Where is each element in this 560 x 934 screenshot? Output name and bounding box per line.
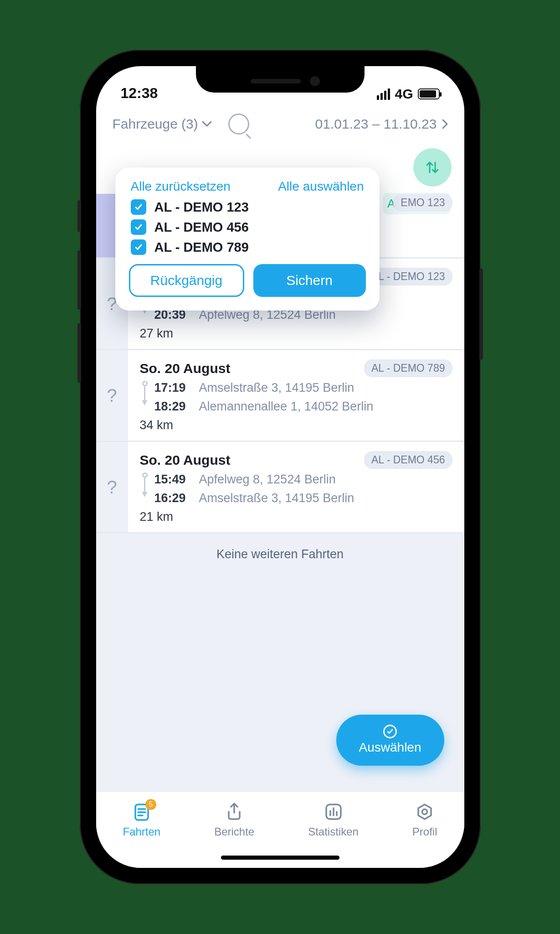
vehicle-option[interactable]: AL - DEMO 456 (131, 219, 364, 235)
tab-bar: 5 Fahrten Berichte Statistiken (96, 791, 464, 868)
undo-button[interactable]: Rückgängig (129, 264, 244, 297)
trip-card[interactable]: ? So. 20 August AL - DEMO 456 ▼ (96, 442, 464, 534)
tab-label: Profil (412, 825, 437, 838)
fab-label: Auswählen (359, 740, 421, 755)
vehicle-option[interactable]: AL - DEMO 789 (131, 239, 364, 255)
svg-point-2 (422, 809, 427, 815)
chevron-right-icon (442, 119, 448, 130)
date-range-picker[interactable]: 01.01.23 – 11.10.23 (315, 116, 448, 132)
trip-category-indicator: ? (96, 350, 128, 441)
gear-icon (415, 802, 435, 822)
trip-address: Amselstraße 3, 14195 Berlin (199, 381, 354, 395)
trip-distance: 27 km (140, 327, 452, 341)
question-icon: ? (107, 477, 117, 498)
list-end-message: Keine weiteren Fahrten (96, 534, 464, 589)
trip-vehicle-badge: EMO 123 (393, 194, 452, 212)
save-button[interactable]: Sichern (253, 264, 366, 297)
list-icon: 5 (132, 802, 152, 822)
trip-vehicle-badge: AL - DEMO 456 (364, 451, 452, 469)
trip-date: So. 20 August (140, 361, 231, 376)
tab-profil[interactable]: Profil (412, 802, 437, 838)
vehicles-dropdown[interactable]: Fahrzeuge (3) (113, 116, 212, 132)
trip-date: So. 20 August (140, 452, 231, 468)
trip-time: 18:29 (154, 400, 191, 414)
vehicles-count: (3) (181, 116, 198, 132)
toolbar: Fahrzeuge (3) 01.01.23 – 11.10.23 (96, 105, 464, 143)
route-line-icon: ▼ (140, 381, 150, 414)
checkbox-checked-icon[interactable] (131, 239, 146, 255)
trip-distance: 34 km (140, 418, 452, 432)
status-time: 12:38 (121, 85, 158, 102)
vehicle-option-label: AL - DEMO 123 (154, 200, 249, 215)
device-notch (196, 66, 365, 93)
tab-statistiken[interactable]: Statistiken (308, 802, 359, 838)
check-circle-icon (383, 725, 397, 738)
phone-frame: 12:38 4G Fahrzeuge (3) 01.0 (80, 50, 481, 884)
battery-icon (418, 88, 440, 99)
vehicles-popover: Alle zurücksetzen Alle auswählen AL - DE… (115, 167, 380, 311)
trip-address: Alemannenallee 1, 14052 Berlin (199, 400, 374, 414)
side-button (479, 269, 483, 360)
side-button (77, 323, 81, 383)
search-icon[interactable] (228, 114, 249, 135)
sort-button[interactable] (413, 148, 452, 187)
tab-label: Fahrten (123, 825, 160, 838)
trip-category-indicator: ? (96, 442, 128, 532)
reset-all-link[interactable]: Alle zurücksetzen (131, 179, 231, 194)
trip-vehicle-badge: AL - DEMO 789 (364, 359, 452, 377)
trip-address: Apfelweg 8, 12524 Berlin (199, 472, 336, 487)
question-icon: ? (107, 385, 117, 406)
side-button (77, 200, 81, 232)
home-indicator[interactable] (221, 856, 339, 860)
vehicle-option-label: AL - DEMO 456 (154, 220, 249, 235)
trip-card[interactable]: ? So. 20 August AL - DEMO 789 ▼ (96, 350, 464, 442)
tab-berichte[interactable]: Berichte (214, 802, 254, 838)
vehicle-option[interactable]: AL - DEMO 123 (131, 199, 364, 215)
share-icon (224, 802, 244, 822)
vehicle-option-label: AL - DEMO 789 (154, 240, 249, 255)
signal-icon (377, 88, 390, 100)
tab-label: Statistiken (308, 825, 359, 838)
tab-fahrten[interactable]: 5 Fahrten (123, 802, 160, 838)
tab-badge: 5 (145, 799, 156, 810)
trip-time: 17:19 (154, 381, 191, 395)
trip-time: 16:29 (154, 491, 191, 505)
date-range-label: 01.01.23 – 11.10.23 (315, 116, 437, 132)
side-button (77, 250, 81, 310)
stats-icon (324, 802, 344, 822)
chevron-down-icon (202, 121, 212, 127)
route-line-icon: ▼ (140, 472, 150, 505)
tab-label: Berichte (214, 825, 254, 838)
vehicles-label: Fahrzeuge (113, 116, 178, 132)
checkbox-checked-icon[interactable] (131, 219, 146, 235)
trip-time: 15:49 (154, 472, 191, 487)
trip-distance: 21 km (140, 510, 452, 524)
select-fab[interactable]: Auswählen (336, 715, 444, 766)
trip-address: Amselstraße 3, 14195 Berlin (199, 491, 354, 505)
checkbox-checked-icon[interactable] (131, 199, 146, 215)
select-all-link[interactable]: Alle auswählen (278, 179, 364, 194)
network-label: 4G (395, 86, 413, 102)
